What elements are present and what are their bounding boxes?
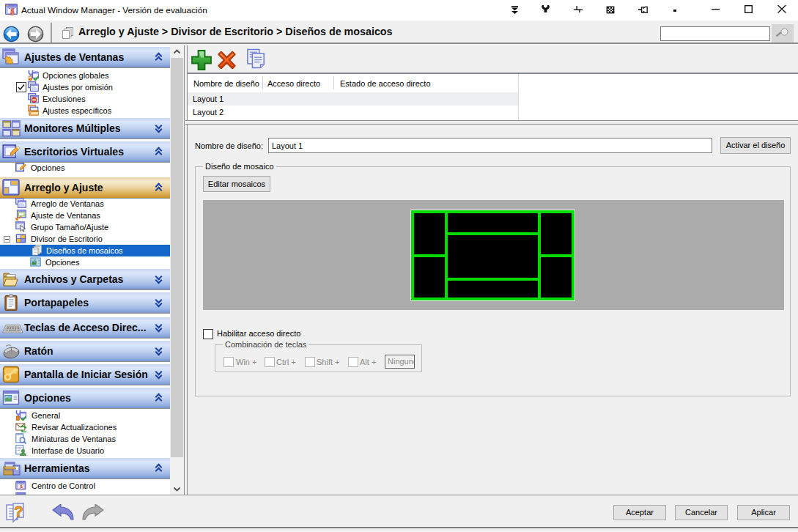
svg-text:?: ? (14, 503, 23, 520)
